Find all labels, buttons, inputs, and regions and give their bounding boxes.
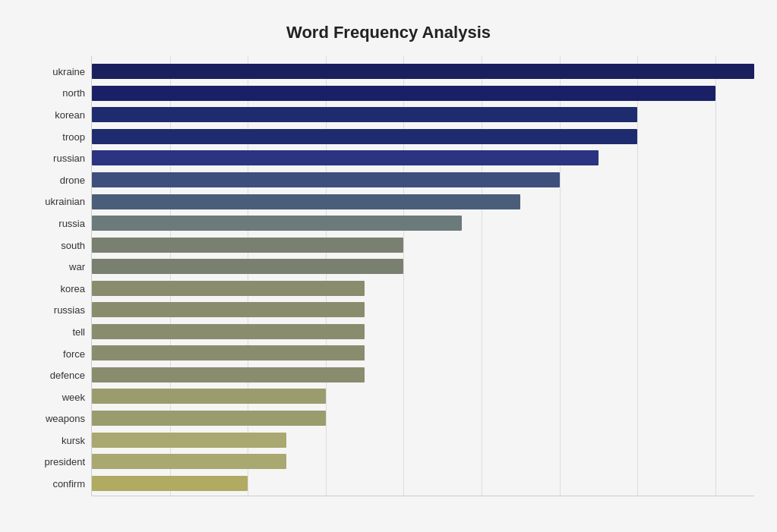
- bar-south: [92, 238, 403, 253]
- bar-russia: [92, 216, 462, 231]
- y-label-ukraine: ukraine: [52, 61, 85, 81]
- bar-russian: [92, 150, 599, 165]
- bar-row-russia: [92, 213, 754, 233]
- y-label-kursk: kursk: [62, 430, 85, 450]
- bar-row-russias: [92, 300, 754, 320]
- bar-row-week: [92, 386, 754, 406]
- bar-row-russian: [92, 148, 754, 168]
- bar-confirm: [92, 476, 248, 491]
- y-label-troop: troop: [62, 127, 85, 146]
- y-label-weapons: weapons: [46, 409, 85, 429]
- bar-row-ukrainian: [92, 192, 754, 212]
- y-label-week: week: [62, 387, 85, 407]
- y-label-south: south: [61, 235, 85, 255]
- y-label-drone: drone: [60, 170, 85, 190]
- plot-area: [91, 56, 754, 496]
- bar-troop: [92, 129, 637, 144]
- bar-row-drone: [92, 170, 754, 190]
- bar-ukraine: [92, 64, 754, 79]
- bar-row-kursk: [92, 430, 754, 450]
- bar-row-troop: [92, 127, 754, 146]
- y-label-north: north: [62, 83, 85, 103]
- y-label-president: president: [45, 452, 85, 472]
- bar-row-force: [92, 343, 754, 363]
- bar-row-tell: [92, 322, 754, 342]
- bar-row-president: [92, 452, 754, 471]
- y-label-war: war: [69, 257, 85, 277]
- bar-row-korea: [92, 279, 754, 298]
- y-label-russia: russia: [58, 213, 85, 233]
- y-label-russias: russias: [54, 301, 85, 320]
- bar-north: [92, 86, 715, 101]
- bar-row-weapons: [92, 408, 754, 428]
- chart-title: Word Frequency Analysis: [23, 15, 754, 42]
- bar-russias: [92, 302, 365, 317]
- chart-container: Word Frequency Analysis ukrainenorthkore…: [0, 0, 777, 532]
- bar-war: [92, 259, 403, 274]
- bar-korean: [92, 107, 637, 122]
- y-label-russian: russian: [53, 149, 85, 168]
- bar-tell: [92, 324, 365, 339]
- y-label-force: force: [63, 344, 85, 364]
- bar-drone: [92, 172, 560, 187]
- bar-row-defence: [92, 365, 754, 385]
- bar-row-ukraine: [92, 61, 754, 81]
- bar-row-south: [92, 235, 754, 255]
- bar-row-confirm: [92, 474, 754, 493]
- bar-ukrainian: [92, 194, 520, 209]
- bar-president: [92, 454, 286, 469]
- bar-row-war: [92, 257, 754, 276]
- bar-row-korean: [92, 105, 754, 124]
- y-label-confirm: confirm: [52, 474, 85, 494]
- bar-force: [92, 345, 365, 360]
- bar-week: [92, 389, 326, 404]
- bar-defence: [92, 367, 365, 382]
- y-label-tell: tell: [72, 322, 85, 342]
- y-label-korean: korean: [55, 105, 85, 124]
- bar-row-north: [92, 83, 754, 103]
- y-label-defence: defence: [50, 366, 85, 386]
- bar-korea: [92, 281, 365, 296]
- chart-area: ukrainenorthkoreantrooprussiandroneukrai…: [23, 56, 754, 496]
- y-axis: ukrainenorthkoreantrooprussiandroneukrai…: [23, 56, 91, 496]
- bar-kursk: [92, 433, 286, 448]
- y-label-ukrainian: ukrainian: [45, 192, 85, 212]
- bar-weapons: [92, 411, 326, 426]
- y-label-korea: korea: [60, 279, 85, 298]
